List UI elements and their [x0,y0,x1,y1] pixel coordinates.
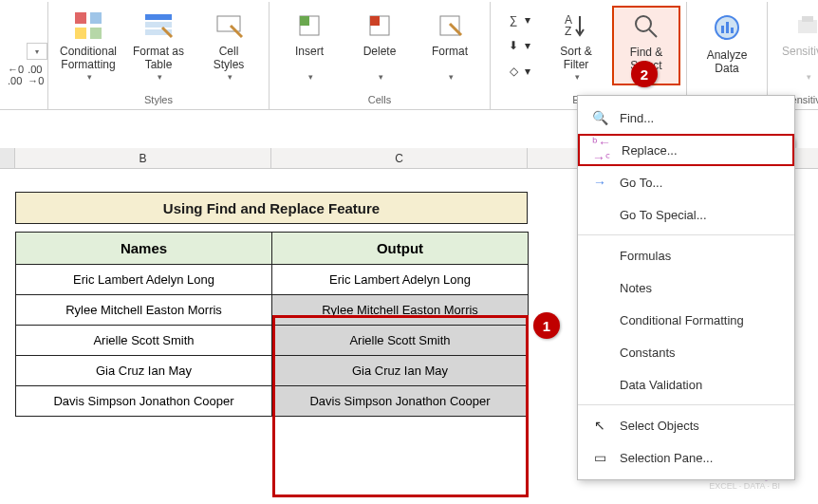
format-as-table-label: Format as Table [133,45,184,72]
cell-name[interactable]: Davis Simpson Jonathon Cooper [16,386,272,417]
replace-icon: ᵇ←→ᶜ [593,141,610,159]
cell-styles-label: Cell Styles [214,45,245,72]
dd-formulas[interactable]: Formulas [578,239,794,271]
analyze-data-button[interactable]: Analyze Data [693,6,761,85]
analyze-data-icon [710,10,744,45]
watermark-tag: EXCEL · DATA · BI [709,481,780,491]
title-merged-cell[interactable]: Using Find and Replace Feature [15,192,528,224]
cell-styles-icon [212,10,246,41]
cell-name[interactable]: Rylee Mitchell Easton Morris [16,295,272,326]
dd-find-label: Find... [620,111,654,125]
fill-down-icon: ⬇ [506,38,521,53]
delete-label: Delete [363,45,397,58]
goto-arrow-icon: → [591,174,608,191]
format-button[interactable]: Format▾ [416,6,484,85]
dd-cond-label: Conditional Formatting [620,313,744,327]
header-output[interactable]: Output [272,233,529,265]
data-table: Names Output Eric Lambert Adelyn Long Er… [15,232,529,417]
sort-filter-button[interactable]: AZ Sort & Filter▾ [542,6,610,85]
dd-separator-2 [578,404,794,405]
cell-output[interactable]: Rylee Mitchell Easton Morris [272,295,529,326]
cell-output[interactable]: Davis Simpson Jonathon Cooper [272,386,529,417]
analyze-data-label: Analyze Data [707,48,748,76]
cells-group: Insert▾ Delete▾ Format▾ Cells [269,2,490,109]
svg-rect-1 [90,12,102,24]
sensitivity-icon [790,10,818,41]
ribbon-number-group: ▾ ←0.00 .00→0 [0,2,47,109]
autosum-button[interactable]: ∑▾ [500,9,536,31]
number-format-dropdown[interactable]: ▾ [27,43,47,60]
dd-conditional-formatting[interactable]: Conditional Formatting [578,304,794,336]
col-header-c[interactable]: C [271,148,528,168]
format-as-table-button[interactable]: Format as Table▾ [124,6,193,85]
svg-rect-11 [370,16,380,26]
svg-rect-17 [721,26,724,33]
delete-icon [363,10,397,41]
decrease-decimal-button[interactable]: .00→0 [28,64,44,86]
col-header-b[interactable]: B [15,148,271,168]
table-row: Gia Cruz Ian May Gia Cruz Ian May [16,356,529,386]
callout-2: 2 [631,61,658,87]
dd-find[interactable]: 🔍 Find... [578,102,794,134]
svg-text:Z: Z [565,25,571,38]
svg-rect-4 [145,14,172,20]
svg-point-15 [636,16,651,31]
editing-small-buttons: ∑▾ ⬇▾ ◇▾ [496,6,540,85]
dd-goto-label: Go To... [620,176,662,190]
svg-rect-2 [75,28,86,39]
format-icon [433,10,467,41]
dd-select-objects[interactable]: ↖ Select Objects [578,409,794,441]
conditional-formatting-button[interactable]: Conditional Formatting▾ [54,6,122,85]
table-row: Rylee Mitchell Easton Morris Rylee Mitch… [16,295,529,326]
svg-rect-9 [300,16,309,26]
format-label: Format [432,45,468,58]
dd-data-validation[interactable]: Data Validation [578,368,794,401]
dd-notes[interactable]: Notes [578,271,794,304]
styles-group-label: Styles [54,92,263,107]
cell-name[interactable]: Gia Cruz Ian May [16,356,272,386]
styles-group: Conditional Formatting▾ Format as Table▾… [47,2,269,109]
svg-rect-20 [798,20,817,33]
svg-rect-7 [217,16,240,31]
table-row: Davis Simpson Jonathon Cooper Davis Simp… [16,386,529,417]
select-all-corner[interactable] [0,148,15,168]
cells-group-label: Cells [275,92,484,107]
header-names[interactable]: Names [16,233,272,265]
find-select-dropdown: 🔍 Find... ᵇ←→ᶜ Replace... → Go To... Go … [577,95,795,480]
sensitivity-button[interactable]: Sensitivity▾ [773,6,818,85]
insert-button[interactable]: Insert▾ [275,6,344,85]
callout-1: 1 [533,312,560,339]
cell-output[interactable]: Arielle Scott Smith [272,326,529,356]
dd-replace[interactable]: ᵇ←→ᶜ Replace... [578,134,794,166]
dd-selpane-label: Selection Pane... [620,451,713,465]
cell-output[interactable]: Gia Cruz Ian May [272,356,529,386]
dd-goto[interactable]: → Go To... [578,166,794,198]
dd-selection-pane[interactable]: ▭ Selection Pane... [578,441,794,474]
fill-button[interactable]: ⬇▾ [500,34,536,57]
eraser-icon: ◇ [506,64,521,79]
dd-selobj-label: Select Objects [620,419,699,433]
search-icon: 🔍 [591,109,608,126]
svg-rect-5 [145,22,172,28]
pointer-icon: ↖ [591,417,608,434]
cell-name[interactable]: Arielle Scott Smith [16,326,272,356]
insert-icon [292,10,326,41]
format-as-table-icon [141,10,176,41]
sort-filter-icon: AZ [559,10,593,41]
insert-label: Insert [295,45,324,58]
cell-output[interactable]: Eric Lambert Adelyn Long [272,265,529,295]
svg-rect-0 [75,12,86,24]
cell-styles-button[interactable]: Cell Styles▾ [195,6,263,85]
dd-constants-label: Constants [620,345,676,360]
ribbon: ▾ ←0.00 .00→0 Conditional Formatting▾ Fo… [0,0,818,110]
delete-button[interactable]: Delete▾ [345,6,414,85]
clear-button[interactable]: ◇▾ [500,60,536,83]
analysis-group: Analyze Data Analysis [686,2,767,109]
conditional-formatting-icon [71,10,105,41]
dd-constants[interactable]: Constants [578,336,794,368]
editing-group: ∑▾ ⬇▾ ◇▾ AZ Sort & Filter▾ Find & Select… [490,2,686,109]
sigma-icon: ∑ [506,12,521,28]
increase-decimal-button[interactable]: ←0.00 [8,64,24,86]
cell-name[interactable]: Eric Lambert Adelyn Long [16,265,272,295]
dd-goto-special[interactable]: Go To Special... [578,198,794,231]
